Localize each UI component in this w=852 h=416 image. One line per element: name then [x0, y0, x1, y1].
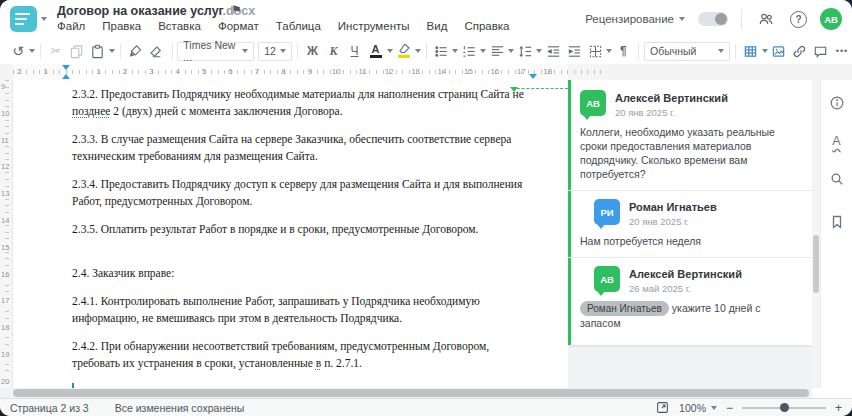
- bold-button[interactable]: Ж: [303, 41, 323, 61]
- menu-insert[interactable]: Вставка: [158, 20, 201, 32]
- help-icon[interactable]: ?: [790, 11, 807, 28]
- paragraph[interactable]: 2.4.1. Контролировать выполнение Работ, …: [72, 293, 534, 327]
- first-line-indent-marker[interactable]: [62, 65, 70, 70]
- comment-author: Алексей Вертинский: [629, 266, 742, 280]
- paragraph[interactable]: 2.3.4. Предоставить Подрядчику доступ к …: [72, 176, 534, 210]
- line-spacing-button[interactable]: [515, 41, 535, 61]
- font-color-dropdown-icon[interactable]: [387, 49, 393, 53]
- menu-tools[interactable]: Инструменты: [338, 20, 410, 32]
- app-window: Договор на оказание услуг.docx ⚑ Файл Пр…: [0, 0, 852, 416]
- page-indicator[interactable]: Страница 2 из 3: [10, 402, 89, 414]
- save-status: Все изменения сохранены: [115, 402, 245, 414]
- paragraph-style-select[interactable]: Обычный: [644, 42, 730, 61]
- menu-file[interactable]: Файл: [57, 20, 85, 32]
- ruler-number: 17: [1, 296, 9, 305]
- paragraph[interactable]: 2.3.5. Оплатить результат Работ в порядк…: [72, 221, 534, 238]
- ruler-number: 19: [1, 350, 9, 359]
- review-mode-dropdown[interactable]: Рецензирование: [585, 13, 685, 25]
- ruler-number: 13: [1, 189, 9, 198]
- format-painter-button[interactable]: [126, 41, 146, 61]
- ruler-number: 8: [281, 67, 285, 76]
- app-logo-icon[interactable]: [10, 6, 37, 32]
- cut-button[interactable]: ✂: [46, 41, 66, 61]
- zoom-slider[interactable]: [742, 407, 826, 409]
- table-dropdown-icon[interactable]: [762, 49, 768, 53]
- comment-date: 20 янв 2025 г.: [615, 107, 728, 118]
- italic-button[interactable]: К: [324, 41, 344, 61]
- paragraph[interactable]: 2.3.3. В случае размещения Сайта на серв…: [72, 131, 534, 165]
- left-indent-marker[interactable]: [62, 74, 70, 79]
- increase-indent-button[interactable]: [564, 41, 584, 61]
- collaboration-users-icon[interactable]: [755, 8, 777, 30]
- undo-dropdown-icon[interactable]: [29, 49, 35, 53]
- chevron-down-icon: [679, 17, 685, 21]
- insert-comment-button[interactable]: [811, 41, 831, 61]
- ruler-number: 2: [17, 67, 21, 76]
- ruler-number: 10: [332, 67, 341, 76]
- zoom-out-button[interactable]: −: [726, 403, 733, 413]
- logo-dropdown-icon[interactable]: [41, 17, 47, 21]
- ruler-number: 2: [123, 67, 127, 76]
- comment-header: АВ Алексей Вертинский26 май 2025 г.: [594, 266, 803, 294]
- font-color-button[interactable]: А: [366, 41, 386, 61]
- favorite-flag-icon[interactable]: ⚑: [231, 3, 242, 17]
- more-tools-button[interactable]: •••: [832, 41, 852, 61]
- paste-button[interactable]: [88, 41, 108, 61]
- info-icon[interactable]: [826, 92, 848, 114]
- zoom-slider-knob[interactable]: [780, 403, 789, 412]
- paragraph[interactable]: 2.3.2. Предоставить Подрядчику необходим…: [72, 86, 534, 120]
- paragraph[interactable]: 2.4.2. При обнаружении несоответствий тр…: [72, 338, 534, 372]
- menu-format[interactable]: Формат: [218, 20, 259, 32]
- chevron-down-icon: [280, 49, 286, 53]
- horizontal-ruler[interactable]: 21123456789101112131415161718: [0, 64, 852, 81]
- scrollbar-thumb[interactable]: [813, 235, 819, 293]
- bullet-list-dropdown-icon[interactable]: [452, 49, 458, 53]
- scrollbar-thumb[interactable]: [13, 389, 809, 397]
- search-icon[interactable]: [826, 168, 848, 190]
- right-indent-marker[interactable]: [529, 74, 537, 79]
- insert-table-button[interactable]: [741, 41, 761, 61]
- highlight-color-button[interactable]: [394, 41, 414, 61]
- vertical-ruler[interactable]: 91011121314151617181920: [0, 80, 13, 388]
- numbered-list-button[interactable]: [459, 41, 479, 61]
- menu-view[interactable]: Вид: [427, 20, 448, 32]
- bookmark-icon[interactable]: [826, 211, 848, 233]
- bullet-list-button[interactable]: [431, 41, 451, 61]
- insert-image-button[interactable]: [769, 41, 789, 61]
- zoom-level-select[interactable]: 100%: [679, 402, 717, 414]
- highlight-dropdown-icon[interactable]: [415, 49, 421, 53]
- align-dropdown-icon[interactable]: [508, 49, 514, 53]
- align-button[interactable]: [487, 41, 507, 61]
- user-avatar[interactable]: АВ: [820, 8, 842, 30]
- review-toggle[interactable]: [698, 12, 728, 26]
- menu-help[interactable]: Справка: [464, 20, 509, 32]
- font-name-select[interactable]: Times New ...: [177, 42, 254, 61]
- horizontal-scrollbar[interactable]: [0, 388, 812, 398]
- font-size-select[interactable]: 12: [258, 42, 292, 61]
- spellcheck-icon[interactable]: А: [832, 135, 840, 147]
- fit-page-icon[interactable]: [654, 400, 670, 416]
- comment-thread-card[interactable]: АВ Алексей Вертинский20 янв 2025 г. Колл…: [568, 80, 812, 345]
- line-spacing-dropdown-icon[interactable]: [536, 49, 542, 53]
- numbered-list-dropdown-icon[interactable]: [480, 49, 486, 53]
- document-page[interactable]: 2.3.2. Предоставить Подрядчику необходим…: [13, 80, 568, 388]
- copy-button[interactable]: [67, 41, 87, 61]
- menu-edit[interactable]: Правка: [102, 20, 141, 32]
- mention-badge[interactable]: Роман Игнатьев: [580, 301, 669, 316]
- paragraph[interactable]: 2.4. Заказчик вправе:: [72, 265, 534, 282]
- decrease-indent-button[interactable]: [543, 41, 563, 61]
- undo-button[interactable]: ↺: [8, 41, 28, 61]
- borders-dropdown-icon[interactable]: [606, 49, 612, 53]
- nonprinting-chars-button[interactable]: ¶: [613, 41, 633, 61]
- underline-button[interactable]: Ч: [345, 41, 365, 61]
- zoom-in-button[interactable]: +: [835, 403, 842, 413]
- paste-dropdown-icon[interactable]: [109, 49, 115, 53]
- menu-bar: Файл Правка Вставка Формат Таблица Инстр…: [57, 20, 510, 32]
- paragraph-borders-button[interactable]: [585, 41, 605, 61]
- insert-link-button[interactable]: [790, 41, 810, 61]
- menu-table[interactable]: Таблица: [276, 20, 321, 32]
- avatar: АВ: [594, 266, 620, 292]
- clear-style-eraser-button[interactable]: [147, 41, 167, 61]
- ruler-number: 11: [359, 67, 367, 76]
- vertical-scrollbar[interactable]: [812, 80, 820, 388]
